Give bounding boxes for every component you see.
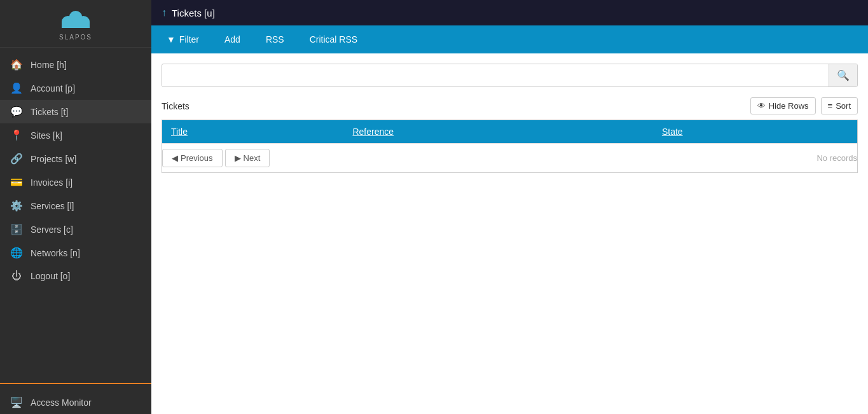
previous-arrow-icon: ◀ <box>172 153 178 163</box>
filter-label: Filter <box>179 34 199 45</box>
sites-icon: 📍 <box>10 129 23 141</box>
table-controls: 👁 Hide Rows ≡ Sort <box>750 97 858 114</box>
services-icon: ⚙️ <box>10 200 23 212</box>
table-header-row: Tickets 👁 Hide Rows ≡ Sort <box>162 97 858 114</box>
sidebar-item-account-label: Account [p] <box>31 83 75 93</box>
sidebar-item-services[interactable]: ⚙️ Services [l] <box>0 194 151 217</box>
sidebar-item-projects-label: Projects [w] <box>31 154 76 164</box>
column-reference: Reference <box>343 120 652 144</box>
pagination-left: ◀ Previous ▶ Next <box>162 149 270 167</box>
sidebar-item-home-label: Home [h] <box>31 60 67 70</box>
invoices-icon: 💳 <box>10 176 23 188</box>
add-label: Add <box>224 34 240 45</box>
sidebar-item-tickets-label: Tickets [t] <box>31 107 68 117</box>
account-icon: 👤 <box>10 82 23 94</box>
svg-rect-3 <box>62 22 90 28</box>
sidebar-item-logout[interactable]: ⏻ Logout [o] <box>0 265 151 287</box>
search-icon: 🔍 <box>837 70 850 81</box>
sidebar-item-projects[interactable]: 🔗 Projects [w] <box>0 147 151 170</box>
sidebar-item-account[interactable]: 👤 Account [p] <box>0 76 151 100</box>
state-sort-link[interactable]: State <box>662 127 683 137</box>
topbar: ↑ Tickets [u] <box>151 0 868 25</box>
sidebar-item-networks[interactable]: 🌐 Networks [n] <box>0 241 151 265</box>
search-input[interactable] <box>162 66 829 86</box>
content-area: 🔍 Tickets 👁 Hide Rows ≡ Sort <box>151 53 868 414</box>
sort-button[interactable]: ≡ Sort <box>821 97 858 114</box>
no-records-text: No records <box>816 153 857 163</box>
eye-icon: 👁 <box>757 101 766 111</box>
sidebar-item-servers-label: Servers [c] <box>31 224 73 235</box>
sidebar-item-servers[interactable]: 🗄️ Servers [c] <box>0 217 151 241</box>
sidebar-item-invoices[interactable]: 💳 Invoices [i] <box>0 170 151 194</box>
table-header: Title Reference State <box>162 120 858 144</box>
home-icon: 🏠 <box>10 59 23 71</box>
networks-icon: 🌐 <box>10 247 23 259</box>
rss-button[interactable]: RSS <box>261 31 289 48</box>
sidebar-divider <box>0 383 151 384</box>
sidebar-item-tickets[interactable]: 💬 Tickets [t] <box>0 100 151 123</box>
logout-icon: ⏻ <box>10 270 23 282</box>
filter-icon: ▼ <box>167 34 176 45</box>
sidebar-logo: SLAPOS <box>0 0 151 48</box>
sort-icon: ≡ <box>828 101 833 111</box>
critical-rss-label: Critical RSS <box>310 34 357 45</box>
filter-button[interactable]: ▼ Filter <box>162 31 204 48</box>
sidebar: SLAPOS 🏠 Home [h] 👤 Account [p] 💬 Ticket… <box>0 0 151 414</box>
sidebar-item-sites-label: Sites [k] <box>31 130 62 141</box>
tickets-table: Title Reference State <box>162 120 858 173</box>
reference-sort-link[interactable]: Reference <box>352 127 394 137</box>
sidebar-item-home[interactable]: 🏠 Home [h] <box>0 53 151 76</box>
rss-label: RSS <box>266 34 284 45</box>
table-section-title: Tickets <box>162 101 189 111</box>
sidebar-item-logout-label: Logout [o] <box>31 271 70 281</box>
logo-cloud-icon <box>59 8 92 32</box>
topbar-up-arrow-icon: ↑ <box>162 7 167 18</box>
tickets-icon: 💬 <box>10 106 23 118</box>
topbar-title: Tickets [u] <box>172 8 215 18</box>
main-content: ↑ Tickets [u] ▼ Filter Add RSS Critical … <box>151 0 868 414</box>
sidebar-item-networks-label: Networks [n] <box>31 248 80 258</box>
sidebar-item-sites[interactable]: 📍 Sites [k] <box>0 123 151 147</box>
column-state: State <box>653 120 858 144</box>
previous-button[interactable]: ◀ Previous <box>162 149 223 167</box>
sidebar-nav: 🏠 Home [h] 👤 Account [p] 💬 Tickets [t] 📍… <box>0 48 151 379</box>
sidebar-item-invoices-label: Invoices [i] <box>31 177 72 188</box>
pagination-controls: ◀ Previous ▶ Next No records <box>162 143 857 172</box>
next-button[interactable]: ▶ Next <box>225 149 270 167</box>
add-button[interactable]: Add <box>219 31 245 48</box>
logo-text: SLAPOS <box>59 34 92 41</box>
hide-rows-button[interactable]: 👁 Hide Rows <box>750 97 816 114</box>
access-monitor-icon: 🖥️ <box>10 396 23 408</box>
actionbar: ▼ Filter Add RSS Critical RSS <box>151 25 868 53</box>
column-title: Title <box>162 120 344 144</box>
sidebar-bottom: 🖥️ Access Monitor <box>0 388 151 414</box>
projects-icon: 🔗 <box>10 153 23 165</box>
critical-rss-button[interactable]: Critical RSS <box>305 31 362 48</box>
servers-icon: 🗄️ <box>10 223 23 235</box>
search-bar: 🔍 <box>162 64 858 87</box>
sidebar-item-services-label: Services [l] <box>31 201 74 211</box>
sidebar-item-access-monitor-label: Access Monitor <box>31 397 92 408</box>
table-body: ◀ Previous ▶ Next No records <box>162 143 858 173</box>
title-sort-link[interactable]: Title <box>171 127 188 137</box>
search-button[interactable]: 🔍 <box>829 64 857 86</box>
sidebar-item-access-monitor[interactable]: 🖥️ Access Monitor <box>0 390 151 414</box>
pagination-row: ◀ Previous ▶ Next No records <box>162 143 858 173</box>
next-arrow-icon: ▶ <box>235 153 241 163</box>
